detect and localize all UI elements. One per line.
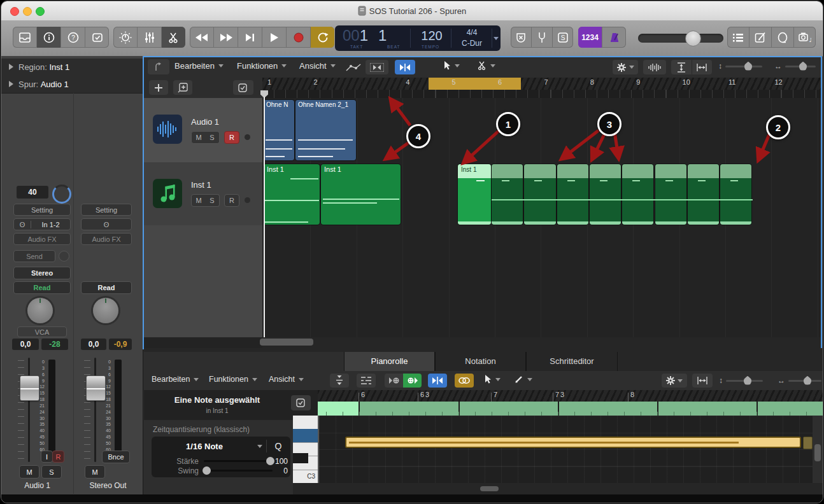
editor-horizontal-fit-button[interactable] — [692, 374, 713, 388]
strip1-send-button[interactable]: Send — [13, 250, 55, 262]
strip2-bounce-button[interactable]: Bnce — [102, 451, 130, 463]
strip1-solo-button[interactable]: S — [41, 465, 62, 479]
strip2-pan-knob[interactable] — [93, 298, 118, 323]
metronome-button[interactable] — [602, 27, 626, 48]
track2-record-button[interactable]: R — [224, 194, 239, 207]
quantize-value-dropdown[interactable]: 1/16 Note — [152, 438, 262, 454]
tab-notation[interactable]: Notation — [435, 352, 526, 371]
track-header-audio1[interactable]: Audio 1 M S R — [144, 98, 262, 163]
horizontal-fit-button[interactable] — [692, 60, 713, 74]
editors-button[interactable] — [162, 27, 185, 48]
midi-region-loop-repeat[interactable] — [720, 164, 751, 225]
editor-pencil-tool-menu[interactable] — [515, 375, 532, 384]
command-click-tool-menu[interactable] — [478, 61, 495, 70]
track-header-options-button[interactable] — [233, 80, 253, 95]
quick-help-button[interactable]: ? — [61, 27, 85, 48]
forward-button[interactable] — [214, 27, 238, 48]
piano-key-c3[interactable]: C3 — [293, 470, 315, 482]
vertical-zoom-slider[interactable]: ↕ — [718, 62, 762, 71]
strip1-automation-button[interactable]: Read — [13, 281, 71, 294]
strip2-volume-value[interactable]: 0,0 — [81, 339, 106, 350]
tracks-hscroll-track[interactable] — [262, 337, 821, 348]
midi-region-loop-selected[interactable]: Inst 1 — [458, 164, 491, 225]
autopunch-button[interactable] — [511, 27, 532, 48]
strip1-audiofx-button[interactable]: Audio FX — [13, 233, 71, 245]
library-button[interactable] — [13, 27, 37, 48]
strip2-automation-button[interactable]: Read — [81, 281, 132, 294]
editor-hscroll-thumb[interactable] — [480, 486, 499, 491]
duplicate-track-button[interactable] — [173, 80, 192, 95]
tab-pianorolle[interactable]: Pianorolle — [344, 352, 435, 371]
midi-region-loop-repeat[interactable] — [524, 164, 555, 225]
note-panel-options-button[interactable] — [291, 395, 311, 410]
track2-input-monitor-dot[interactable] — [245, 197, 250, 203]
zoom-slider-thumb[interactable] — [744, 376, 751, 385]
apple-loops-button[interactable] — [772, 27, 794, 48]
cycle-region[interactable] — [429, 78, 521, 90]
strip2-input-button[interactable]: ʘ — [81, 218, 132, 230]
midi-region-loop-repeat[interactable] — [590, 164, 621, 225]
midi-in-button[interactable] — [385, 374, 403, 388]
strip1-mute-button[interactable]: M — [19, 465, 39, 479]
waveform-zoom-button[interactable] — [643, 60, 666, 74]
midi-note-selected[interactable] — [345, 437, 801, 448]
bar-ruler[interactable]: 123456789101112 — [262, 78, 821, 90]
zoom-slider-thumb[interactable] — [804, 376, 811, 385]
track2-mute-button[interactable]: M — [191, 194, 206, 207]
editor-vscroll-thumb[interactable] — [814, 444, 821, 461]
track1-input-monitor-dot[interactable] — [245, 134, 250, 140]
track-name[interactable]: Inst 1 — [191, 180, 211, 190]
master-volume-slider[interactable] — [638, 34, 723, 43]
track-header-inst1[interactable]: Inst 1 M S R — [144, 162, 262, 226]
strip1-output-button[interactable]: Stereo — [13, 267, 71, 279]
strip2-fader-track[interactable] — [94, 358, 96, 462]
track-inspector-header[interactable]: Spur: Audio 1 — [1, 76, 143, 94]
editor-menu-bearbeiten[interactable]: Bearbeiten — [152, 375, 199, 384]
pianoroll-grid[interactable] — [319, 416, 813, 483]
master-solo-button[interactable]: S — [553, 27, 573, 48]
region-gain-knob[interactable] — [52, 185, 71, 204]
pianoroll-region-strip[interactable] — [318, 402, 823, 416]
midi-region-loop-repeat[interactable] — [688, 164, 719, 225]
editor-menu-funktionen[interactable]: Funktionen — [209, 375, 257, 384]
strip1-pan-knob[interactable] — [27, 298, 53, 323]
tab-schritteditor[interactable]: Schritteditor — [526, 352, 618, 371]
editor-hscroll-track[interactable] — [293, 483, 823, 494]
strip1-input-monitor-button[interactable]: I — [41, 451, 53, 463]
flex-button[interactable] — [366, 60, 388, 74]
catch-playhead-button[interactable] — [395, 60, 415, 74]
lcd-chevron-down-icon[interactable] — [494, 37, 499, 40]
rewind-button[interactable] — [190, 27, 214, 48]
midi-note-muted[interactable] — [803, 437, 813, 449]
audio-region-1[interactable]: Ohne N — [264, 100, 294, 160]
editor-gear-menu[interactable] — [662, 374, 687, 388]
add-track-button[interactable] — [149, 80, 168, 95]
swing-slider[interactable] — [204, 470, 273, 472]
tracks-menu-ansicht[interactable]: Ansicht — [299, 61, 336, 71]
horizontal-zoom-slider[interactable]: ↔ — [774, 62, 816, 71]
audio-region-2[interactable]: Ohne Namen 2_1 — [295, 100, 356, 160]
editor-menu-ansicht[interactable]: Ansicht — [269, 375, 304, 384]
pianoroll-ruler[interactable]: 6637738 — [318, 390, 823, 402]
beat-ruler[interactable] — [262, 90, 821, 99]
automation-button[interactable] — [345, 62, 362, 73]
midi-region-2[interactable]: Inst 1 — [321, 164, 401, 225]
track1-mute-button[interactable]: M — [191, 131, 206, 144]
region-inspector-header[interactable]: Region: Inst 1 — [1, 59, 143, 76]
piano-key-selected[interactable] — [293, 429, 318, 442]
strip2-audiofx-button[interactable]: Audio FX — [81, 233, 132, 245]
collapse-mode-button[interactable] — [330, 374, 349, 388]
zoom-slider-thumb[interactable] — [799, 62, 807, 71]
toolbar-toggle-button[interactable] — [85, 27, 109, 48]
midi-region-loop-repeat[interactable] — [557, 164, 588, 225]
play-button[interactable] — [262, 27, 287, 48]
tracks-gear-menu[interactable] — [613, 60, 638, 74]
midi-region-loop-repeat[interactable] — [622, 164, 653, 225]
vertical-auto-zoom-button[interactable] — [671, 60, 692, 74]
editor-pointer-tool-menu[interactable] — [484, 375, 501, 384]
strip1-volume-value[interactable]: 0,0 — [12, 339, 39, 350]
tracks-menu-funktionen[interactable]: Funktionen — [237, 61, 287, 71]
note-events-button[interactable] — [357, 374, 376, 388]
strip1-record-enable-button[interactable]: R — [52, 451, 64, 463]
tracks-hscroll-thumb[interactable] — [260, 339, 313, 346]
